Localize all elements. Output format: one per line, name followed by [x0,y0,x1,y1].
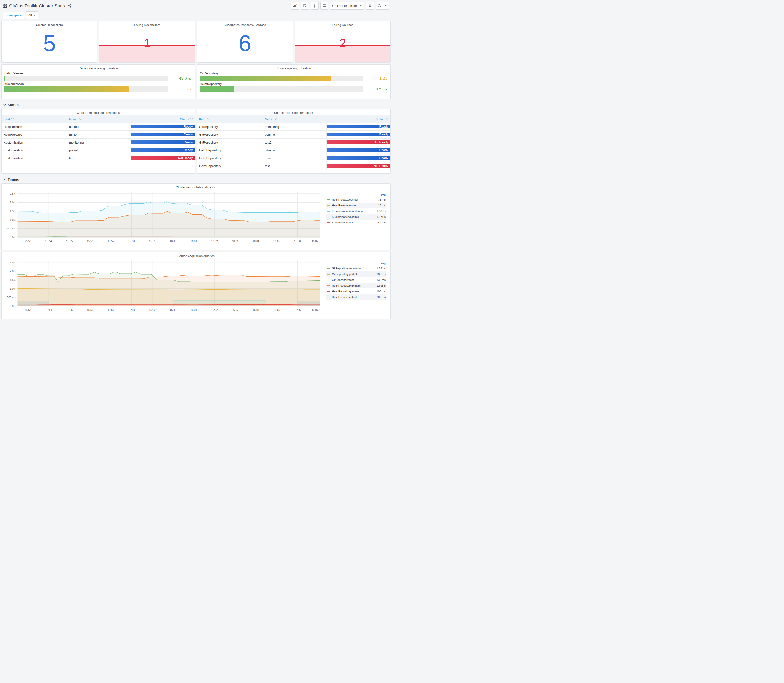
legend-avg-header[interactable]: avg [325,262,386,266]
gauge-track [200,87,364,92]
legend-series-avg: 980 ms [377,273,386,276]
svg-text:15:55: 15:55 [66,240,73,242]
legend-item[interactable]: HelmRepository/minio108 ms [325,289,386,294]
time-picker-button[interactable]: Last 15 minutes [330,2,364,10]
dashboard-settings-button[interactable] [311,2,319,10]
panel-title[interactable]: Source acquisition duration [2,252,390,258]
panel-title[interactable]: Reconciler ops avg. duration [4,65,192,71]
table-cell: monitoring [67,138,131,146]
gauge-unit: s [386,77,387,80]
legend-series-name: Kustomization/podinfo [332,215,377,218]
legend-item[interactable]: Kustomization/podinfo1.071 s [325,214,386,220]
chart-row: Cluster reconciliation duration0 s500 ms… [2,183,391,250]
panel-title[interactable]: Cluster reconciliation readiness [2,109,195,115]
panel-title[interactable]: Kubernetes Manifests Sources [197,21,293,27]
gauge-fill [200,87,234,92]
panel-title[interactable]: Failing Reconcilers [99,21,195,27]
bar-gauge-panel: Source ops avg. durationGitRepository1.2… [197,64,391,99]
table-column-header[interactable]: Status [327,115,390,123]
gauge-unit: ms [383,88,387,91]
gauge-label: HelmRepository [200,82,388,86]
add-panel-button[interactable] [291,2,299,10]
filter-funnel-icon[interactable] [386,118,388,120]
gauge-value: 43.6ms [171,76,192,81]
status-badge: Ready [131,125,195,128]
status-badge: Not Ready [327,164,390,168]
table-cell: bitnami [263,146,327,154]
legend-item[interactable]: GitRepository/test2338 ms [325,277,386,283]
svg-text:16:02: 16:02 [211,240,218,242]
legend-item[interactable]: Kustomization/monitoring1.605 s [325,208,386,214]
svg-text:16:01: 16:01 [191,308,197,311]
legend-item[interactable]: HelmRepository/bitnami1.695 s [325,283,386,289]
legend-series-name: Kustomization/monitoring [332,210,377,213]
panel-title[interactable]: Failing Sources [295,21,390,27]
add-panel-icon [293,4,297,8]
legend-item[interactable]: GitRepository/monitoring1.594 s [325,266,386,271]
status-cell: Ready [131,138,195,146]
gauge-number: 879 [375,87,382,91]
svg-text:15:56: 15:56 [87,308,93,311]
table-column-header[interactable]: Name [67,115,131,123]
dashboard-header: GitOps Toolkit Cluster Stats [0,0,392,10]
legend-item[interactable]: HelmRelease/minio16 ms [325,202,386,208]
filter-funnel-icon[interactable] [190,118,193,120]
gauge-fill [4,76,5,82]
zoom-out-button[interactable] [366,2,374,10]
stat-value: 5 [2,32,97,55]
legend-item[interactable]: GitRepository/podinfo980 ms [325,271,386,277]
series-area [18,275,321,306]
svg-text:1.5 s: 1.5 s [10,210,16,213]
gauge-number: 1.3 [184,87,189,91]
filter-funnel-icon[interactable] [11,118,14,120]
filter-funnel-icon[interactable] [274,118,277,120]
stat-value: 6 [197,32,293,55]
gauge-track [4,87,168,92]
panel-title[interactable]: Source acquisition readiness [197,109,391,115]
table-cell: HelmRepository [197,162,263,170]
save-dashboard-button[interactable] [301,2,309,10]
legend-item[interactable]: HelmRelease/contour71 ms [325,197,386,202]
cycle-view-button[interactable] [321,2,329,10]
section-header-timing[interactable]: Timing [2,176,391,183]
filter-funnel-icon[interactable] [79,118,82,120]
table-column-header[interactable]: Kind [197,115,263,123]
share-icon[interactable] [68,4,72,8]
svg-text:16:05: 16:05 [274,240,280,242]
gauge-row: HelmRepository879ms [200,82,388,92]
table-row: GitRepositorymonitoringReady [197,123,391,131]
panel-title[interactable]: Cluster reconciliation duration [2,184,390,190]
status-badge: Ready [131,133,195,136]
svg-text:16:05: 16:05 [274,308,280,311]
refresh-interval-button[interactable] [383,2,389,9]
variable-namespace-value[interactable]: All [26,11,38,19]
gauge-line: 879ms [200,87,388,92]
svg-text:0 s: 0 s [12,305,16,308]
panel-title[interactable]: Source ops avg. duration [200,65,388,71]
gauge-fill [200,76,330,82]
variable-namespace-label[interactable]: namespace [3,12,25,19]
table-column-header[interactable]: Status [131,115,195,123]
gauge-fill [4,87,128,92]
section-header-status[interactable]: Status [2,101,391,109]
table-column-header[interactable]: Kind [2,115,67,123]
timeseries-panel: Source acquisition duration0 s500 ms1.0 … [2,252,391,319]
table-column-header[interactable]: Name [263,115,327,123]
table-cell: GitRepository [197,131,263,138]
svg-text:15:56: 15:56 [87,240,93,242]
table-cell: monitoring [263,123,327,130]
table-row: HelmReleasecontourReady [2,123,195,131]
legend-item[interactable]: Kustomization/test84 ms [325,220,386,225]
refresh-button[interactable] [376,2,383,9]
table-cell: HelmRelease [2,123,67,130]
gauge-label: HelmRelease [4,71,192,75]
gauge-value: 879ms [366,87,388,91]
legend-item[interactable]: HelmRepository/test289 ms [325,294,386,300]
filter-funnel-icon[interactable] [207,118,210,120]
status-cell: Ready [327,154,390,162]
panel-title[interactable]: Cluster Reconcilers [2,21,97,27]
legend-avg-header[interactable]: avg [325,193,386,197]
legend-series-color [327,285,330,286]
chart-row: Source acquisition duration0 s500 ms1.0 … [2,252,391,319]
table-panel: Cluster reconciliation readinessKindName… [2,109,195,174]
